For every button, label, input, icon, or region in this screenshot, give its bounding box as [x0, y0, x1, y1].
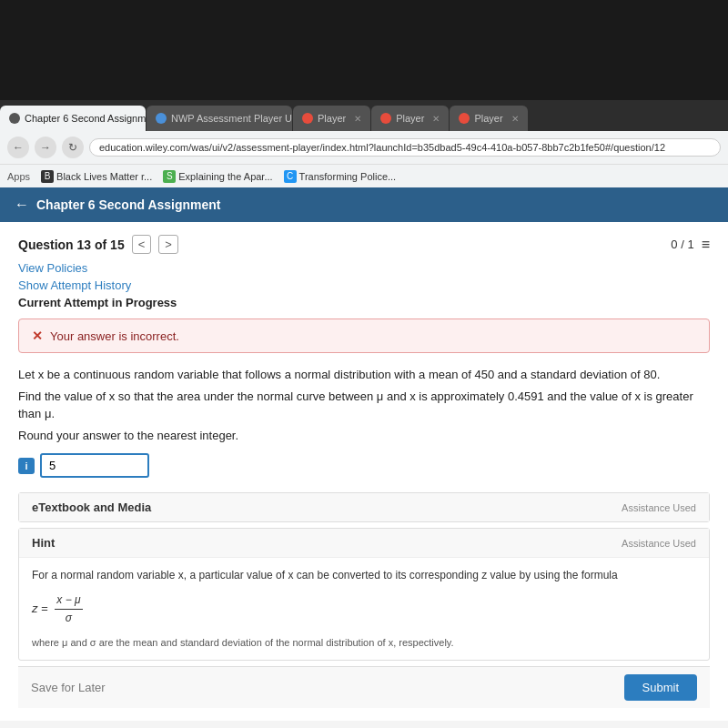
etextbook-label: eTextbook and Media	[32, 500, 151, 514]
error-icon: ✕	[32, 329, 43, 343]
tab-icon-player1	[302, 113, 313, 124]
save-for-later-link[interactable]: Save for Later	[31, 681, 106, 694]
score-section: 0 / 1 ≡	[671, 237, 710, 253]
hint-formula: z = x − μ σ	[32, 592, 696, 627]
page-content: ← Chapter 6 Second Assignment Question 1…	[0, 187, 728, 728]
page-back-arrow[interactable]: ←	[15, 197, 29, 213]
tab-chapter6[interactable]: Chapter 6 Second Assignment ✕	[0, 106, 146, 131]
submit-button[interactable]: Submit	[624, 674, 697, 701]
view-policies-link[interactable]: View Policies	[18, 261, 710, 275]
question-line2: Find the value of x so that the area und…	[18, 388, 710, 423]
error-message: Your answer is incorrect.	[50, 329, 179, 343]
hint-line2: where μ and σ are the mean and standard …	[32, 635, 696, 652]
refresh-button[interactable]: ↻	[62, 136, 84, 158]
bookmark-transforming[interactable]: C Transforming Police...	[284, 170, 397, 183]
hint-assistance: Assistance Used	[622, 538, 696, 549]
bookmark-icon-2: S	[163, 170, 176, 183]
question-line1: Let x be a continuous random variable th…	[18, 366, 710, 384]
tab-player1[interactable]: Player ✕	[293, 106, 370, 131]
tab-bar: Chapter 6 Second Assignment ✕ NWP Assess…	[0, 100, 728, 131]
forward-button[interactable]: →	[35, 136, 56, 158]
tab-label-player2: Player	[396, 113, 424, 124]
bezel-top	[0, 0, 728, 100]
formula-numerator: x − μ	[55, 592, 82, 610]
tab-player2[interactable]: Player ✕	[371, 106, 449, 131]
etextbook-header[interactable]: eTextbook and Media Assistance Used	[19, 493, 709, 521]
answer-input[interactable]	[40, 453, 149, 478]
hint-header[interactable]: Hint Assistance Used	[19, 529, 709, 557]
page-header: ← Chapter 6 Second Assignment	[0, 187, 728, 222]
tab-close-player1[interactable]: ✕	[354, 114, 361, 124]
bookmark-label-3: Transforming Police...	[299, 171, 397, 182]
tab-icon-player3	[459, 113, 470, 124]
formula-denominator: σ	[64, 610, 74, 627]
current-attempt-label: Current Attempt in Progress	[18, 296, 710, 309]
info-badge: i	[18, 458, 35, 474]
tab-close-player2[interactable]: ✕	[432, 114, 440, 124]
tab-label-nwp: NWP Assessment Player UI App...	[171, 113, 292, 124]
hint-line1: For a normal random variable x, a partic…	[32, 567, 696, 584]
tab-label-player3: Player	[474, 113, 502, 124]
bottom-bar: Save for Later Submit	[18, 666, 710, 708]
bookmark-label-1: Black Lives Matter r...	[56, 171, 152, 182]
back-button[interactable]: ←	[7, 136, 29, 158]
apps-label: Apps	[7, 171, 30, 182]
formula-lhs: z =	[32, 602, 48, 615]
tab-close-player3[interactable]: ✕	[511, 114, 519, 124]
tab-icon-nwp	[156, 113, 167, 124]
show-attempt-link[interactable]: Show Attempt History	[18, 278, 710, 292]
question-nav: Question 13 of 15 < > 0 / 1 ≡	[18, 235, 710, 254]
etextbook-section: eTextbook and Media Assistance Used	[18, 492, 710, 522]
next-question-button[interactable]: >	[158, 235, 178, 254]
bookmark-icon-3: C	[284, 170, 297, 183]
tab-label-chapter6: Chapter 6 Second Assignment	[25, 113, 146, 124]
bookmarks-bar: Apps B Black Lives Matter r... S Explain…	[0, 164, 728, 187]
question-counter: Question 13 of 15	[18, 238, 125, 252]
hint-section: Hint Assistance Used For a normal random…	[18, 528, 710, 661]
browser-chrome: Chapter 6 Second Assignment ✕ NWP Assess…	[0, 100, 728, 187]
etextbook-assistance: Assistance Used	[622, 502, 696, 513]
answer-row: i	[18, 453, 710, 478]
question-line3: Round your answer to the nearest integer…	[18, 427, 710, 445]
error-box: ✕ Your answer is incorrect.	[18, 318, 710, 353]
page-title: Chapter 6 Second Assignment	[36, 197, 221, 212]
menu-icon[interactable]: ≡	[702, 237, 710, 253]
tab-player3[interactable]: Player ✕	[450, 106, 527, 131]
bookmark-explaining[interactable]: S Explaining the Apar...	[163, 170, 272, 183]
bookmark-black-lives[interactable]: B Black Lives Matter r...	[41, 170, 152, 183]
address-input[interactable]	[89, 138, 721, 157]
hint-label: Hint	[32, 536, 55, 550]
tab-nwp[interactable]: NWP Assessment Player UI App... ✕	[147, 106, 292, 131]
bookmark-icon-1: B	[41, 170, 54, 183]
address-bar-row: ← → ↻	[0, 131, 728, 164]
hint-body: For a normal random variable x, a partic…	[19, 557, 709, 660]
question-text-part1: Let x be a continuous random variable th…	[18, 366, 710, 444]
tab-icon-chapter6	[9, 113, 20, 124]
prev-question-button[interactable]: <	[132, 235, 152, 254]
tab-icon-player2	[380, 113, 391, 124]
bookmark-label-2: Explaining the Apar...	[178, 171, 272, 182]
formula-fraction: x − μ σ	[55, 592, 82, 627]
main-content: Question 13 of 15 < > 0 / 1 ≡ View Polic…	[0, 222, 728, 721]
score-value: 0 / 1	[671, 238, 693, 251]
question-nav-left: Question 13 of 15 < >	[18, 235, 178, 254]
tab-label-player1: Player	[318, 113, 346, 124]
